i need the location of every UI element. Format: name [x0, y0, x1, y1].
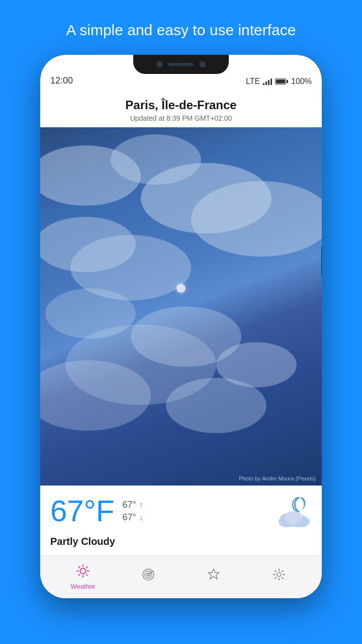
location-updated: Updated at 8:39 PM GMT+02:00: [50, 114, 312, 122]
sun-icon: [76, 565, 89, 580]
nav-item-settings[interactable]: [246, 568, 312, 586]
temp-high: 67° ↑: [122, 500, 143, 510]
notch: [133, 55, 229, 74]
promo-headline: A simple and easy to use interface: [0, 0, 362, 55]
status-bar: 12:00 LTE 100%: [40, 55, 322, 90]
cloud-background: [40, 127, 322, 486]
temp-details: 67° ↑ 67° ↓: [122, 500, 143, 523]
svg-line-13: [79, 574, 80, 575]
svg-line-11: [86, 574, 87, 575]
battery-icon: [275, 78, 288, 85]
battery-percent: 100%: [291, 77, 312, 86]
nav-item-radar[interactable]: [116, 568, 181, 586]
bottom-nav: Weather: [40, 555, 322, 598]
weather-bottom: 67°F 67° ↑ 67° ↓: [40, 486, 322, 534]
weather-condition-icon: [272, 494, 312, 529]
location-header: Paris, Île-de-France Updated at 8:39 PM …: [40, 90, 322, 127]
photo-credit: Photo by Andre Moura (Pexels): [239, 475, 316, 481]
gear-icon: [273, 568, 286, 583]
nav-label-weather: Weather: [71, 583, 96, 590]
condition-text: Partly Cloudy: [40, 534, 322, 555]
star-icon: [207, 568, 220, 583]
screen-content: Paris, Île-de-France Updated at 8:39 PM …: [40, 90, 322, 598]
nav-item-weather[interactable]: Weather: [50, 565, 116, 590]
speaker: [168, 63, 194, 66]
temp-low-value: 67°: [122, 512, 136, 523]
status-time: 12:00: [50, 75, 73, 86]
svg-marker-18: [208, 569, 219, 579]
temp-high-value: 67°: [122, 500, 136, 510]
phone-frame: 12:00 LTE 100%: [40, 55, 322, 598]
arrow-up-icon: ↑: [139, 501, 143, 510]
status-right: LTE 100%: [246, 77, 312, 86]
svg-point-4: [285, 511, 303, 524]
svg-line-10: [79, 567, 80, 568]
cloud-icon: [277, 504, 312, 529]
front-camera-2: [200, 61, 206, 67]
location-name: Paris, Île-de-France: [50, 98, 312, 112]
network-type: LTE: [246, 77, 260, 86]
moon: [176, 284, 186, 293]
front-camera: [156, 61, 162, 67]
radar-icon: [142, 568, 155, 583]
temp-low: 67° ↓: [122, 512, 143, 523]
svg-point-5: [80, 568, 86, 574]
svg-point-19: [277, 573, 281, 577]
temperature-main: 67°F: [50, 496, 114, 526]
svg-line-12: [86, 567, 87, 568]
arrow-down-icon: ↓: [139, 513, 143, 522]
volume-button: [321, 246, 322, 276]
nav-item-favorites[interactable]: [181, 568, 246, 586]
weather-image: Photo by Andre Moura (Pexels): [40, 127, 322, 486]
phone-container: 12:00 LTE 100%: [35, 55, 327, 644]
signal-icon: [263, 78, 272, 85]
